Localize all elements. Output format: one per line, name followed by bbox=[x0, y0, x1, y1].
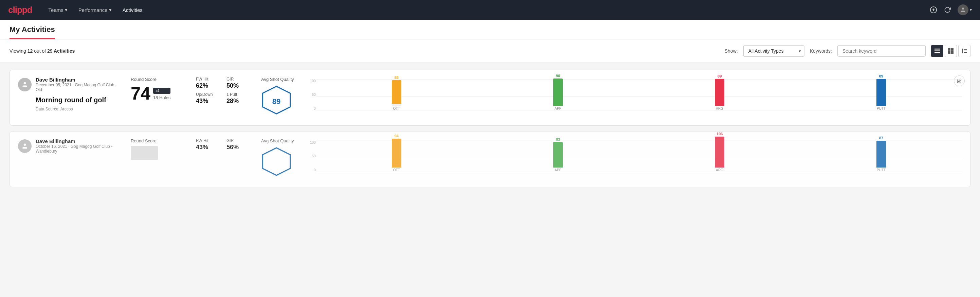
score-display: 74 +4 18 Holes bbox=[131, 85, 185, 102]
bar-chart: 100 50 0 85 bbox=[302, 79, 962, 117]
user-info-2: Dave Billingham October 16, 2021 · Gog M… bbox=[18, 138, 120, 153]
view-grid-button[interactable] bbox=[945, 45, 957, 57]
bar-app-2 bbox=[553, 142, 563, 168]
svg-rect-12 bbox=[964, 49, 967, 50]
navbar: clippd Teams ▾ Performance ▾ Activities bbox=[0, 0, 980, 20]
stat-updown-label: Up/Down bbox=[196, 92, 220, 97]
svg-rect-7 bbox=[948, 48, 950, 51]
stat-fw-hit-label-2: FW Hit bbox=[196, 138, 220, 143]
bar-group-putt-2: 87 PUTT bbox=[877, 136, 886, 172]
svg-rect-5 bbox=[934, 51, 940, 52]
bar-group-ott: 85 OTT bbox=[392, 75, 401, 110]
score-holes: 18 Holes bbox=[153, 95, 170, 100]
bar-label-putt-2: PUTT bbox=[877, 168, 886, 172]
nav-item-teams[interactable]: Teams ▾ bbox=[49, 7, 68, 13]
bar-label-arg: ARG bbox=[716, 107, 723, 110]
avatar-button[interactable]: ▾ bbox=[958, 5, 972, 15]
stats-section-2: FW Hit 43% GIR 56% bbox=[196, 138, 250, 151]
bar-value-ott-2: 94 bbox=[394, 134, 398, 138]
view-toggle bbox=[931, 45, 970, 57]
shot-quality-section-2: Avg Shot Quality 100 50 0 bbox=[261, 138, 962, 180]
stats-section: FW Hit 62% GIR 50% Up/Down 43% 1 Putt 28… bbox=[196, 77, 250, 105]
app-logo: clippd bbox=[8, 5, 32, 15]
view-list-compact-button[interactable] bbox=[931, 45, 943, 57]
round-score-label: Round Score bbox=[131, 77, 185, 82]
page-title: My Activities bbox=[10, 25, 55, 39]
bar-arg bbox=[715, 79, 724, 106]
svg-rect-13 bbox=[962, 50, 963, 52]
nav-item-activities[interactable]: Activities bbox=[123, 7, 143, 13]
viewing-current: 12 bbox=[27, 48, 33, 54]
chart-y-axis: 100 50 0 bbox=[305, 79, 316, 117]
show-label: Show: bbox=[725, 48, 738, 54]
add-icon[interactable] bbox=[930, 6, 937, 14]
stat-fw-hit-label: FW Hit bbox=[196, 77, 220, 81]
card-left-2: Dave Billingham October 16, 2021 · Gog M… bbox=[18, 138, 120, 158]
svg-rect-11 bbox=[962, 49, 963, 50]
activity-card-2: Dave Billingham October 16, 2021 · Gog M… bbox=[10, 131, 970, 187]
svg-rect-14 bbox=[964, 51, 967, 51]
shot-quality-label-group-2: Avg Shot Quality bbox=[261, 138, 294, 180]
nav-right: ▾ bbox=[930, 5, 972, 15]
bar-ott-2 bbox=[392, 139, 401, 168]
svg-marker-20 bbox=[263, 148, 290, 176]
score-placeholder bbox=[131, 146, 158, 160]
stat-updown-value: 43% bbox=[196, 97, 220, 105]
bar-putt bbox=[877, 79, 886, 106]
svg-rect-10 bbox=[951, 51, 953, 54]
chart-y-axis-2: 100 50 0 bbox=[305, 141, 316, 178]
card-left: Dave Billingham December 05, 2021 · Gog … bbox=[18, 77, 120, 112]
bar-label-app: APP bbox=[555, 107, 561, 110]
nav-item-performance[interactable]: Performance ▾ bbox=[78, 7, 112, 13]
performance-chevron-icon: ▾ bbox=[109, 7, 112, 13]
filter-bar: Viewing 12 out of 29 Activities Show: Al… bbox=[0, 40, 980, 63]
activity-type-select[interactable]: All Activity Types Round of Golf Practic… bbox=[743, 45, 805, 57]
activity-card: Dave Billingham December 05, 2021 · Gog … bbox=[10, 70, 970, 126]
round-score-label-2: Round Score bbox=[131, 138, 185, 144]
bar-group-app: 90 APP bbox=[553, 74, 563, 110]
hexagon-container: 89 bbox=[261, 85, 292, 118]
svg-point-17 bbox=[24, 82, 26, 84]
stat-fw-hit-value-2: 43% bbox=[196, 144, 220, 151]
bar-value-app-2: 83 bbox=[556, 137, 560, 141]
stat-gir: GIR 50% bbox=[226, 77, 250, 89]
bar-value-app: 90 bbox=[556, 74, 560, 78]
svg-rect-15 bbox=[962, 52, 963, 53]
shot-quality-section: Avg Shot Quality 89 100 50 0 bbox=[261, 77, 962, 118]
view-list-detail-button[interactable] bbox=[958, 45, 970, 57]
bar-label-arg-2: ARG bbox=[716, 168, 723, 172]
y-label-100: 100 bbox=[310, 79, 316, 83]
nav-teams-label: Teams bbox=[49, 7, 64, 13]
bar-chart-2: 100 50 0 94 OTT bbox=[302, 141, 962, 178]
stat-gir-label: GIR bbox=[226, 77, 250, 81]
chart-plot-area-2: 94 OTT 83 APP 106 bbox=[316, 141, 962, 178]
stat-fw-hit-value: 62% bbox=[196, 82, 220, 89]
bar-value-arg-2: 106 bbox=[716, 132, 722, 136]
svg-rect-8 bbox=[951, 48, 953, 51]
viewing-suffix: Activities bbox=[52, 48, 75, 54]
score-badge: +4 bbox=[153, 88, 170, 94]
main-content: Dave Billingham December 05, 2021 · Gog … bbox=[0, 63, 980, 200]
avatar bbox=[958, 5, 969, 15]
svg-rect-16 bbox=[964, 52, 967, 53]
stat-fw-hit-2: FW Hit 43% bbox=[196, 138, 220, 151]
user-date: December 05, 2021 · Gog Magog Golf Club … bbox=[36, 83, 120, 92]
svg-point-19 bbox=[24, 144, 26, 146]
user-details: Dave Billingham December 05, 2021 · Gog … bbox=[36, 77, 120, 92]
stat-gir-label-2: GIR bbox=[226, 138, 250, 143]
hexagon-container-2 bbox=[261, 146, 292, 180]
bar-app bbox=[553, 78, 563, 106]
y2-label-50: 50 bbox=[312, 154, 315, 158]
round-score-section: Round Score 74 +4 18 Holes bbox=[131, 77, 185, 102]
search-input[interactable] bbox=[837, 45, 926, 57]
user-details-2: Dave Billingham October 16, 2021 · Gog M… bbox=[36, 138, 120, 153]
viewing-total: 29 bbox=[47, 48, 52, 54]
hex-score: 89 bbox=[272, 97, 280, 106]
viewing-middle: out of bbox=[33, 48, 47, 54]
keywords-label: Keywords: bbox=[810, 48, 832, 54]
y2-label-100: 100 bbox=[310, 141, 316, 144]
bar-group-app-2: 83 APP bbox=[553, 137, 563, 172]
refresh-icon[interactable] bbox=[944, 6, 951, 13]
score-right: +4 18 Holes bbox=[153, 88, 170, 102]
viewing-count-text: Viewing 12 out of 29 Activities bbox=[10, 48, 719, 54]
